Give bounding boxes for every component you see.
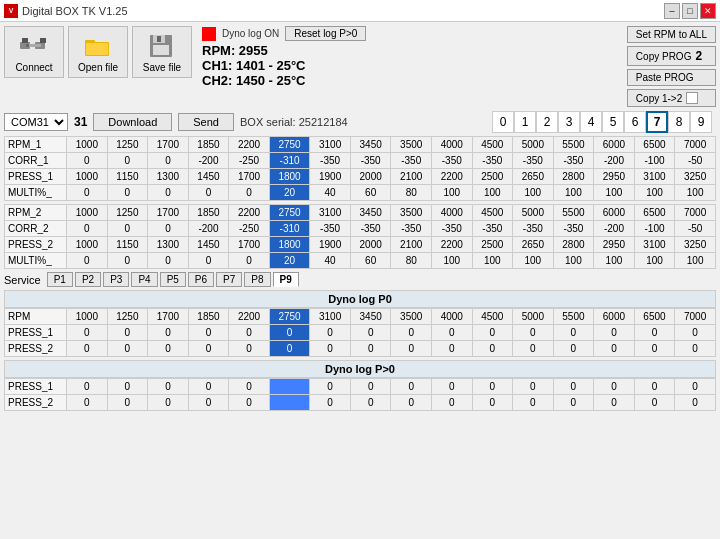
table-cell[interactable]: -100 xyxy=(634,153,675,169)
table-cell[interactable]: 6500 xyxy=(634,309,675,325)
table-cell[interactable]: 80 xyxy=(391,253,432,269)
minimize-button[interactable]: – xyxy=(664,3,680,19)
table-cell[interactable]: 0 xyxy=(594,395,635,411)
table-cell[interactable]: 1700 xyxy=(229,237,270,253)
table-cell[interactable]: 3500 xyxy=(391,205,432,221)
table-cell[interactable]: 0 xyxy=(472,379,513,395)
table-cell[interactable]: 0 xyxy=(188,379,229,395)
table-cell[interactable]: 1250 xyxy=(107,309,148,325)
table-cell[interactable]: 0 xyxy=(553,395,594,411)
table-cell[interactable]: 40 xyxy=(310,185,351,201)
table-cell[interactable]: 4500 xyxy=(472,309,513,325)
table-cell[interactable]: 5500 xyxy=(553,309,594,325)
table-cell[interactable]: 0 xyxy=(472,341,513,357)
table-cell[interactable]: 0 xyxy=(634,395,675,411)
service-tab-p2[interactable]: P2 xyxy=(75,272,101,287)
table-cell[interactable]: 0 xyxy=(67,253,108,269)
table-cell[interactable]: -350 xyxy=(391,221,432,237)
table-cell[interactable]: 0 xyxy=(229,253,270,269)
table-cell[interactable]: 0 xyxy=(310,379,351,395)
com-port-select[interactable]: COM31 xyxy=(4,113,68,131)
table-cell[interactable]: 1450 xyxy=(188,169,229,185)
send-button[interactable]: Send xyxy=(178,113,234,131)
table-cell[interactable]: 4500 xyxy=(472,205,513,221)
table-cell[interactable]: 1850 xyxy=(188,309,229,325)
table-cell[interactable]: 1700 xyxy=(229,169,270,185)
table-cell[interactable]: 0 xyxy=(553,379,594,395)
table-cell[interactable]: 0 xyxy=(269,341,310,357)
table-cell[interactable]: 2200 xyxy=(229,205,270,221)
table-cell[interactable]: 40 xyxy=(310,253,351,269)
table-cell[interactable]: 0 xyxy=(513,341,554,357)
table-cell[interactable]: 0 xyxy=(472,325,513,341)
table-cell[interactable]: 3100 xyxy=(310,205,351,221)
service-tab-p4[interactable]: P4 xyxy=(131,272,157,287)
table-cell[interactable]: 3450 xyxy=(350,137,391,153)
table-cell[interactable]: -310 xyxy=(269,153,310,169)
table-cell[interactable]: -350 xyxy=(472,221,513,237)
table-cell[interactable]: 100 xyxy=(594,253,635,269)
table-cell[interactable]: 0 xyxy=(148,153,189,169)
table-cell[interactable]: 5500 xyxy=(553,137,594,153)
num-cell-3[interactable]: 3 xyxy=(558,111,580,133)
table-cell[interactable]: -350 xyxy=(350,221,391,237)
table-cell[interactable]: 2750 xyxy=(269,205,310,221)
num-cell-7[interactable]: 7 xyxy=(646,111,668,133)
table-cell[interactable]: -310 xyxy=(269,221,310,237)
table-cell[interactable]: 3100 xyxy=(310,309,351,325)
table-cell[interactable]: 1150 xyxy=(107,169,148,185)
table-cell[interactable]: 0 xyxy=(67,395,108,411)
table-cell[interactable]: 0 xyxy=(513,379,554,395)
table-cell[interactable]: 0 xyxy=(67,379,108,395)
table-cell[interactable]: -250 xyxy=(229,153,270,169)
table-cell[interactable]: 0 xyxy=(431,341,472,357)
table-cell[interactable]: 2200 xyxy=(431,237,472,253)
close-button[interactable]: ✕ xyxy=(700,3,716,19)
table-cell[interactable]: -250 xyxy=(229,221,270,237)
table-cell[interactable]: 0 xyxy=(229,185,270,201)
table-cell[interactable]: 0 xyxy=(594,341,635,357)
service-tab-p7[interactable]: P7 xyxy=(216,272,242,287)
table-cell[interactable]: 6000 xyxy=(594,309,635,325)
table-cell[interactable]: 2800 xyxy=(553,169,594,185)
table-cell[interactable]: 0 xyxy=(594,379,635,395)
table-cell[interactable]: 100 xyxy=(594,185,635,201)
table-cell[interactable]: 0 xyxy=(148,185,189,201)
table-cell[interactable]: 3450 xyxy=(350,205,391,221)
num-cell-8[interactable]: 8 xyxy=(668,111,690,133)
service-tab-p8[interactable]: P8 xyxy=(244,272,270,287)
table-cell[interactable]: 3100 xyxy=(634,169,675,185)
table-cell[interactable]: 2200 xyxy=(431,169,472,185)
table-cell[interactable]: 0 xyxy=(553,341,594,357)
table-cell[interactable]: 2000 xyxy=(350,237,391,253)
table-cell[interactable]: 0 xyxy=(67,185,108,201)
table-cell[interactable]: 2800 xyxy=(553,237,594,253)
table-cell[interactable]: 2750 xyxy=(269,137,310,153)
table-cell[interactable]: 0 xyxy=(107,341,148,357)
table-cell[interactable]: 0 xyxy=(675,341,716,357)
table-cell[interactable]: 0 xyxy=(229,325,270,341)
maximize-button[interactable]: □ xyxy=(682,3,698,19)
table-cell[interactable]: 0 xyxy=(472,395,513,411)
table-cell[interactable]: 7000 xyxy=(675,309,716,325)
table-cell[interactable]: -350 xyxy=(513,153,554,169)
table-cell[interactable]: 0 xyxy=(310,341,351,357)
table-cell[interactable]: 0 xyxy=(553,325,594,341)
table-cell[interactable]: 0 xyxy=(67,325,108,341)
service-tab-p9[interactable]: P9 xyxy=(273,272,299,287)
table-cell[interactable]: 0 xyxy=(391,341,432,357)
table-cell[interactable]: 2950 xyxy=(594,237,635,253)
table-cell[interactable]: 0 xyxy=(67,221,108,237)
table-cell[interactable]: -350 xyxy=(513,221,554,237)
table-cell[interactable]: -350 xyxy=(431,153,472,169)
table-cell[interactable]: 1700 xyxy=(148,205,189,221)
table-cell[interactable]: 2200 xyxy=(229,309,270,325)
copy-1-2-checkbox[interactable] xyxy=(686,92,698,104)
table-cell[interactable]: 100 xyxy=(675,185,716,201)
table-cell[interactable]: 1300 xyxy=(148,169,189,185)
table-cell[interactable]: 100 xyxy=(553,253,594,269)
table-cell[interactable]: 0 xyxy=(229,341,270,357)
table-cell[interactable]: 0 xyxy=(350,379,391,395)
table-cell[interactable]: 100 xyxy=(634,253,675,269)
save-file-button[interactable]: Save file xyxy=(132,26,192,78)
